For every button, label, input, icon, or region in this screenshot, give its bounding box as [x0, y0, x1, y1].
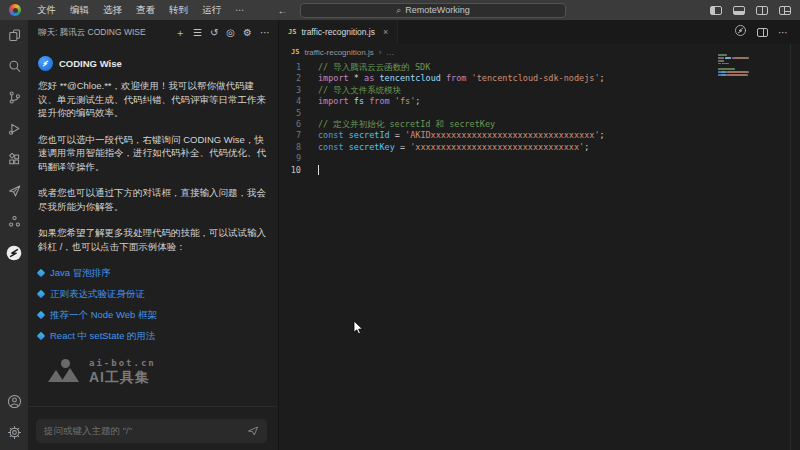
nav-back-icon[interactable]: ←: [278, 5, 288, 16]
customize-layout-icon[interactable]: [779, 6, 791, 15]
toggle-sidebar-icon[interactable]: [710, 6, 722, 15]
editor-group: JS traffic-recognition.js × ⋯ JS traffic…: [279, 20, 800, 450]
coding-wise-icon[interactable]: [0, 237, 28, 268]
line-number: 5: [279, 108, 301, 119]
activity-bar: [0, 20, 28, 450]
extensions-icon[interactable]: [0, 144, 28, 175]
sparkle-icon: [37, 332, 45, 340]
code-line: 9: [279, 153, 800, 164]
toggle-secondary-sidebar-icon[interactable]: [756, 6, 768, 15]
wise-logo-icon[interactable]: ◎: [226, 28, 235, 38]
send-icon[interactable]: [247, 422, 259, 440]
source-control-icon[interactable]: [0, 82, 28, 113]
code-line: 10: [279, 165, 800, 176]
run-debug-icon[interactable]: [0, 113, 28, 144]
app-logo-icon: [9, 4, 21, 16]
chat-list-icon[interactable]: ☰: [193, 28, 202, 38]
line-number: 8: [279, 142, 301, 153]
assistant-name: CODING Wise: [59, 57, 122, 71]
code-line: 8const secretKey = 'xxxxxxxxxxxxxxxxxxxx…: [279, 142, 800, 153]
menu-item[interactable]: 文件: [30, 0, 63, 20]
line-number: 6: [279, 119, 301, 130]
split-editor-icon[interactable]: [757, 28, 768, 37]
organization-icon[interactable]: [0, 206, 28, 237]
menu-item[interactable]: 编辑: [63, 0, 96, 20]
watermark-logo-icon: [48, 359, 82, 383]
line-number: 2: [279, 73, 301, 84]
menu-bar: 文件编辑选择查看转到运行⋯: [30, 0, 252, 20]
line-number: 9: [279, 153, 301, 164]
line-number: 4: [279, 96, 301, 107]
explorer-icon[interactable]: [0, 20, 28, 51]
chat-conversation: CODING Wise 您好 **@Chloe.**，欢迎使用！我可以帮你做代码…: [28, 46, 278, 385]
chat-input-placeholder: 提问或键入主题的 "/": [44, 425, 247, 438]
chat-input[interactable]: 提问或键入主题的 "/": [36, 419, 267, 443]
js-file-icon: JS: [288, 28, 296, 36]
code-line: 6// 定义并初始化 secretId 和 secretKey: [279, 119, 800, 130]
tab-close-icon[interactable]: ×: [383, 27, 388, 37]
menu-item[interactable]: 转到: [162, 0, 195, 20]
js-file-icon: JS: [291, 48, 299, 56]
editor-scrollbar[interactable]: [790, 44, 791, 450]
code-line: 3// 导入文件系统模块: [279, 85, 800, 96]
line-number: 1: [279, 62, 301, 73]
new-chat-icon[interactable]: ＋: [175, 28, 185, 38]
minimap[interactable]: [718, 54, 774, 83]
watermark-title: AI工具集: [89, 371, 156, 385]
example-prompt-link[interactable]: React 中 setState 的用法: [38, 329, 266, 343]
sparkle-icon: [37, 311, 45, 319]
mouse-cursor: [353, 320, 365, 336]
titlebar: 文件编辑选择查看转到运行⋯ ← → ⌕ RemoteWorking: [0, 0, 800, 20]
sparkle-icon: [37, 269, 45, 277]
assistant-paragraph: 如果您希望了解更多我处理代码的技能，可以试试输入斜杠 /，也可以点击下面示例体验…: [38, 226, 266, 253]
text-caret: [318, 165, 319, 175]
code-line: 4import fs from 'fs';: [279, 96, 800, 107]
more-icon[interactable]: ⋯: [260, 28, 270, 38]
menu-item[interactable]: ⋯: [228, 0, 252, 20]
example-prompt-link[interactable]: 正则表达式验证身份证: [38, 287, 266, 301]
chat-panel-title: 聊天: 腾讯云 CODING WISE: [38, 27, 146, 39]
command-center-search[interactable]: ⌕ RemoteWorking: [300, 3, 566, 18]
account-icon[interactable]: [0, 386, 28, 417]
line-number: 10: [279, 165, 301, 176]
watermark: ai-bot.cn AI工具集: [48, 357, 266, 385]
menu-item[interactable]: 查看: [129, 0, 162, 20]
assistant-paragraph: 或者您也可以通过下方的对话框，直接输入问题，我会尽我所能为你解答。: [38, 186, 266, 213]
tab-traffic-recognition[interactable]: JS traffic-recognition.js ×: [279, 20, 398, 44]
assistant-paragraph: 您好 **@Chloe.**，欢迎使用！我可以帮你做代码建议、单元测试生成、代码…: [38, 79, 266, 120]
wise-editor-action-icon[interactable]: [734, 23, 747, 41]
editor-more-icon[interactable]: ⋯: [778, 27, 788, 38]
assistant-header: CODING Wise: [38, 56, 266, 71]
code-line: 7const secretId = 'AKIDxxxxxxxxxxxxxxxxx…: [279, 130, 800, 141]
assistant-paragraph: 您也可以选中一段代码，右键询问 CODING Wise，快速调用常用智能指令，进…: [38, 133, 266, 174]
line-number: 3: [279, 85, 301, 96]
history-icon[interactable]: ↺: [210, 28, 218, 38]
assistant-message: 您好 **@Chloe.**，欢迎使用！我可以帮你做代码建议、单元测试生成、代码…: [38, 79, 266, 253]
example-prompts: Java 冒泡排序正则表达式验证身份证推荐一个 Node Web 框架React…: [38, 266, 266, 343]
assistant-avatar: [38, 56, 53, 71]
search-icon: ⌕: [396, 5, 401, 16]
settings-gear-icon[interactable]: [0, 417, 28, 448]
menu-item[interactable]: 运行: [195, 0, 228, 20]
settings-icon[interactable]: ⚙: [243, 28, 252, 38]
chat-panel-header: 聊天: 腾讯云 CODING WISE ＋☰↺◎⚙⋯: [28, 20, 278, 46]
sparkle-icon: [37, 290, 45, 298]
example-prompt-link[interactable]: 推荐一个 Node Web 框架: [38, 308, 266, 322]
deploy-rocket-icon[interactable]: [0, 175, 28, 206]
toggle-panel-icon[interactable]: [733, 6, 745, 15]
search-nav-icon[interactable]: [0, 51, 28, 82]
watermark-domain: ai-bot.cn: [89, 357, 156, 371]
command-center-text: RemoteWorking: [405, 5, 469, 15]
example-prompt-link[interactable]: Java 冒泡排序: [38, 266, 266, 280]
chat-input-divider: [28, 406, 277, 407]
chat-side-panel: 聊天: 腾讯云 CODING WISE ＋☰↺◎⚙⋯ CODING Wise 您…: [28, 20, 279, 450]
line-number: 7: [279, 130, 301, 141]
tab-bar: JS traffic-recognition.js × ⋯: [279, 20, 800, 44]
code-line: 5: [279, 108, 800, 119]
menu-item[interactable]: 选择: [96, 0, 129, 20]
